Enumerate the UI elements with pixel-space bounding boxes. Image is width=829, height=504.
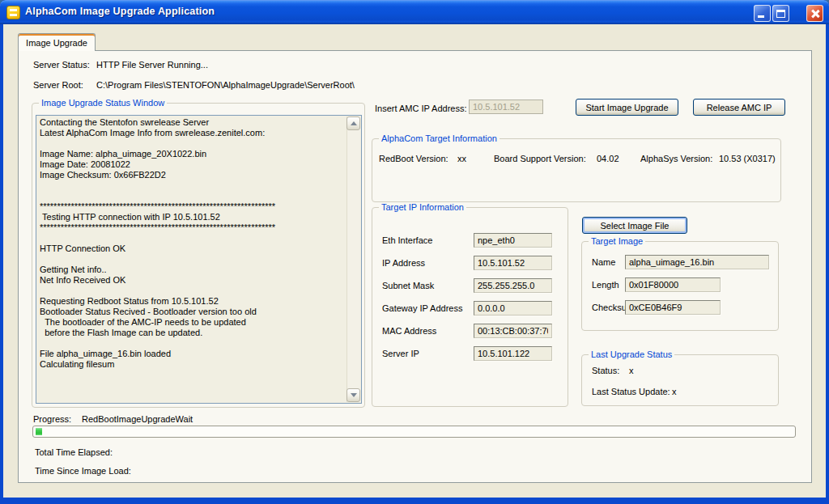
gateway-ip-field[interactable]	[474, 301, 552, 316]
target-image-title: Target Image	[589, 236, 645, 246]
status-log-scrollbar[interactable]	[346, 116, 360, 402]
eth-interface-label: Eth Interface	[382, 235, 432, 245]
status-window-group-title: Image Upgrade Status Window	[39, 98, 167, 108]
alphacom-target-info-title: AlphaCom Target Information	[379, 133, 500, 143]
amc-ip-input	[469, 100, 543, 114]
chevron-up-icon	[351, 121, 357, 125]
window-title: AlphaCom Image Upgrade Application	[25, 6, 215, 17]
status-log-text: Contacting the Stentofon swrelease Serve…	[40, 117, 343, 401]
target-image-group: Target Image Name Length Checksum	[581, 241, 779, 331]
application-window: AlphaCom Image Upgrade Application Image…	[0, 0, 829, 504]
ip-address-label: IP Address	[382, 258, 425, 268]
close-button[interactable]	[806, 5, 823, 22]
scroll-down-button[interactable]	[346, 388, 360, 402]
total-time-elapsed-label: Total Time Elapsed:	[35, 447, 113, 457]
last-status-update-value: x	[672, 387, 677, 396]
last-upgrade-status-title: Last Upgrade Status	[589, 349, 674, 359]
image-length-label: Length	[592, 280, 619, 290]
chevron-down-icon	[351, 393, 357, 397]
target-ip-info-group: Target IP Information Eth Interface IP A…	[372, 207, 568, 407]
image-length-field[interactable]	[625, 277, 721, 292]
redboot-version-label: RedBoot Version:	[379, 154, 449, 163]
scroll-up-button[interactable]	[346, 116, 360, 130]
last-status-value: x	[629, 366, 634, 375]
minimize-icon	[758, 15, 764, 18]
image-name-label: Name	[592, 257, 615, 267]
status-log-box[interactable]: Contacting the Stentofon swrelease Serve…	[36, 115, 362, 404]
form-client-area: Image Upgrade Server Status: HTTP File S…	[3, 24, 826, 498]
last-upgrade-status-group: Last Upgrade Status Status: x Last Statu…	[581, 354, 779, 406]
progress-label: Progress:	[33, 414, 71, 424]
insert-amc-ip-label: Insert AMC IP Address:	[375, 104, 467, 113]
app-icon	[6, 6, 20, 19]
title-bar[interactable]: AlphaCom Image Upgrade Application	[0, 0, 829, 24]
alphacom-target-info-group: AlphaCom Target Information RedBoot Vers…	[372, 138, 781, 202]
progress-state-value: RedBootImageUpgradeWait	[82, 414, 193, 424]
subnet-mask-label: Subnet Mask	[382, 281, 434, 290]
mac-address-field[interactable]	[474, 324, 552, 338]
maximize-button[interactable]	[772, 5, 789, 22]
eth-interface-field[interactable]	[474, 233, 552, 248]
image-checksum-field[interactable]	[625, 300, 721, 315]
select-image-file-button[interactable]: Select Image File	[582, 217, 687, 234]
alphasys-version-value: 10.53 (X0317)	[719, 154, 776, 163]
server-root-label: Server Root:	[33, 80, 83, 90]
last-status-update-label: Last Status Update:	[592, 387, 670, 396]
alphasys-version-label: AlphaSys Version:	[640, 154, 712, 163]
progress-bar	[32, 426, 796, 438]
server-root-value: C:\Program Files\STENTOFON\AlphaImageUpg…	[96, 80, 355, 90]
release-amc-ip-button[interactable]: Release AMC IP	[693, 99, 785, 116]
image-name-field[interactable]	[625, 255, 769, 269]
server-ip-field[interactable]	[474, 346, 552, 361]
status-window-group: Image Upgrade Status Window Contacting t…	[32, 103, 365, 408]
tab-image-upgrade[interactable]: Image Upgrade	[18, 33, 96, 51]
maximize-icon	[776, 10, 785, 18]
server-ip-label: Server IP	[382, 349, 419, 358]
time-since-image-load-label: Time Since Image Load:	[35, 466, 131, 476]
server-status-label: Server Status:	[33, 60, 90, 70]
server-status-value: HTTP File Server Running...	[96, 60, 208, 70]
last-status-label: Status:	[592, 366, 619, 375]
minimize-button[interactable]	[754, 5, 771, 22]
mac-address-label: MAC Address	[382, 326, 436, 336]
board-support-version-value: 04.02	[597, 154, 619, 163]
start-image-upgrade-button[interactable]: Start Image Upgrade	[576, 99, 678, 116]
ip-address-field[interactable]	[474, 256, 552, 270]
progress-chunk	[36, 428, 42, 435]
target-ip-info-title: Target IP Information	[379, 202, 466, 212]
subnet-mask-field[interactable]	[474, 278, 552, 293]
gateway-ip-label: Gateway IP Address	[382, 303, 462, 313]
redboot-version-value: xx	[457, 154, 466, 163]
tab-page: Server Status: HTTP File Server Running.…	[18, 50, 812, 483]
board-support-version-label: Board Support Version:	[494, 154, 586, 163]
